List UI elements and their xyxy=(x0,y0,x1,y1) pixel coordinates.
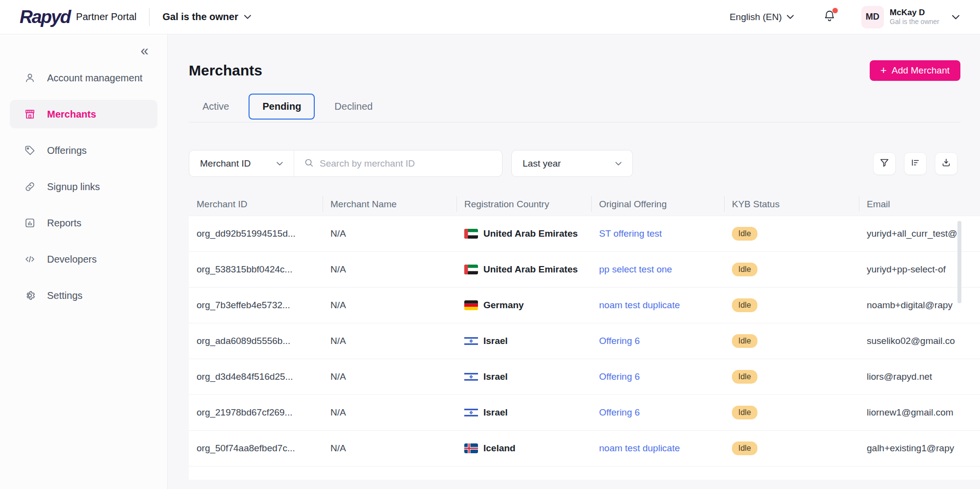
download-button[interactable] xyxy=(935,152,957,175)
language-selector-label: English (EN) xyxy=(729,12,782,23)
sidebar-item-reports[interactable]: Reports xyxy=(10,209,157,237)
page-title: Merchants xyxy=(189,62,262,79)
avatar[interactable]: MD xyxy=(861,6,884,28)
rapyd-logo: Rapyd xyxy=(20,7,70,27)
tab-declined[interactable]: Declined xyxy=(321,94,386,120)
merchants-tabs: ActivePendingDeclined xyxy=(189,94,960,122)
table-row[interactable]: org_50f74aa8efbed7c...N/AIcelandnoam tes… xyxy=(189,431,980,466)
search-category-value: Merchant ID xyxy=(200,158,251,169)
tag-icon xyxy=(24,145,36,156)
column-header-email[interactable]: Email xyxy=(859,193,980,216)
notifications-button[interactable] xyxy=(823,9,836,24)
kyb-status-badge: Idle xyxy=(732,263,757,276)
sidebar-item-developers[interactable]: Developers xyxy=(10,245,157,273)
column-header-merchant-name[interactable]: Merchant Name xyxy=(323,193,456,216)
column-header-kyb-status[interactable]: KYB Status xyxy=(724,193,859,216)
registration-country-cell: Germany xyxy=(456,288,591,323)
vertical-scrollbar[interactable] xyxy=(957,221,961,303)
column-header-registration-country[interactable]: Registration Country xyxy=(456,193,591,216)
column-header-original-offering[interactable]: Original Offering xyxy=(591,193,724,216)
table-toolbar: Merchant ID Last year xyxy=(189,150,957,177)
email-cell: suseliko02@gmail.co xyxy=(859,323,980,359)
sidebar-item-settings[interactable]: Settings xyxy=(10,281,157,310)
tab-pending[interactable]: Pending xyxy=(249,94,315,120)
kyb-status-badge: Idle xyxy=(732,298,757,312)
search-icon xyxy=(304,158,314,170)
country: United Arab Emirates xyxy=(464,228,578,239)
sidebar-item-account-management[interactable]: Account management xyxy=(10,64,157,92)
table-action-icons xyxy=(873,152,957,175)
merchant-name-cell: N/A xyxy=(323,431,456,466)
table-row[interactable]: org_21978bd67cf269...N/AIsraelOffering 6… xyxy=(189,395,980,431)
offering-link[interactable]: pp select test one xyxy=(599,264,672,275)
email-cell: noamb+digital@rapy xyxy=(859,288,980,323)
country-name: United Arab Emirates xyxy=(483,228,578,239)
sidebar-collapse-button[interactable]: « xyxy=(132,42,149,59)
filter-button[interactable] xyxy=(873,152,896,175)
flag-israel-icon xyxy=(464,408,478,417)
sidebar-item-label: Signup links xyxy=(47,181,100,193)
offering-link[interactable]: Offering 6 xyxy=(599,371,640,382)
country: Israel xyxy=(464,407,508,418)
plus-icon: + xyxy=(880,65,887,76)
registration-country-cell: Israel xyxy=(456,395,591,430)
offering-link[interactable]: noam test duplicate xyxy=(599,300,680,311)
search-group: Merchant ID xyxy=(189,150,503,177)
sort-button[interactable] xyxy=(904,152,927,175)
country: Iceland xyxy=(464,443,515,454)
offering-link[interactable]: Offering 6 xyxy=(599,336,640,346)
kyb-status-cell: Idle xyxy=(724,288,859,323)
original-offering-cell: pp select test one xyxy=(591,252,724,287)
kyb-status-badge: Idle xyxy=(732,406,757,419)
merchant-id-cell: org_d3d4e84f516d25... xyxy=(189,359,323,394)
email-cell: liors@rapyd.net xyxy=(859,359,980,394)
registration-country-cell: Israel xyxy=(456,323,591,359)
date-range-select[interactable]: Last year xyxy=(511,150,633,177)
flag-united-arab-emirates-icon xyxy=(464,229,478,239)
sidebar-item-offerings[interactable]: Offerings xyxy=(10,136,157,165)
organization-selector[interactable]: Gal is the owner xyxy=(162,11,251,23)
merchants-table: Merchant IDMerchant NameRegistration Cou… xyxy=(189,193,980,480)
table-header-row: Merchant IDMerchant NameRegistration Cou… xyxy=(189,193,980,216)
user-menu-chevron-icon[interactable] xyxy=(952,15,959,20)
app-window: Rapyd Partner Portal Gal is the owner En… xyxy=(0,0,980,489)
search-category-select[interactable]: Merchant ID xyxy=(189,150,294,176)
original-offering-cell: noam test duplicate xyxy=(591,288,724,323)
registration-country-cell: United Arab Emirates xyxy=(456,216,591,251)
sidebar-item-signup-links[interactable]: Signup links xyxy=(10,172,157,201)
topbar-divider xyxy=(149,8,150,26)
registration-country-cell: Iceland xyxy=(456,431,591,466)
sidebar-item-label: Settings xyxy=(47,290,82,301)
country-name: Israel xyxy=(483,407,508,418)
table-row[interactable]: org_7b3effeb4e5732...N/AGermanynoam test… xyxy=(189,288,980,323)
country: Israel xyxy=(464,336,508,346)
email-cell: yuriyd+all_curr_test@ xyxy=(859,216,980,251)
table-row[interactable]: org_d3d4e84f516d25...N/AIsraelOffering 6… xyxy=(189,359,980,395)
offering-link[interactable]: noam test duplicate xyxy=(599,443,680,454)
sidebar-item-label: Reports xyxy=(47,218,81,229)
sidebar-item-merchants[interactable]: Merchants xyxy=(10,100,157,128)
flag-germany-icon xyxy=(464,300,478,310)
user-icon xyxy=(24,72,36,84)
language-selector[interactable]: English (EN) xyxy=(729,12,794,23)
storefront-icon xyxy=(24,108,36,120)
table-row[interactable]: org_ada6089d5556b...N/AIsraelOffering 6I… xyxy=(189,323,980,359)
merchant-name-cell: N/A xyxy=(323,252,456,287)
table-body: org_dd92b51994515d...N/AUnited Arab Emir… xyxy=(189,216,980,480)
organization-selector-label: Gal is the owner xyxy=(162,11,238,23)
sidebar-item-label: Merchants xyxy=(47,109,96,120)
merchant-id-cell: org_ada6089d5556b... xyxy=(189,323,323,359)
kyb-status-cell: Idle xyxy=(724,359,859,394)
offering-link[interactable]: ST offering test xyxy=(599,228,662,239)
search-input[interactable] xyxy=(320,158,492,169)
table-row[interactable]: org_538315bbf0424c...N/AUnited Arab Emir… xyxy=(189,252,980,288)
offering-link[interactable]: Offering 6 xyxy=(599,407,640,418)
kyb-status-cell: Idle xyxy=(724,323,859,359)
add-merchant-button[interactable]: + Add Merchant xyxy=(870,60,960,81)
flag-united-arab-emirates-icon xyxy=(464,265,478,274)
country-name: Israel xyxy=(483,371,508,382)
tab-active[interactable]: Active xyxy=(189,94,243,120)
table-row[interactable]: org_dd92b51994515d...N/AUnited Arab Emir… xyxy=(189,216,980,252)
column-header-merchant-id[interactable]: Merchant ID xyxy=(189,193,323,216)
user-subtitle: Gal is the owner xyxy=(890,18,939,26)
